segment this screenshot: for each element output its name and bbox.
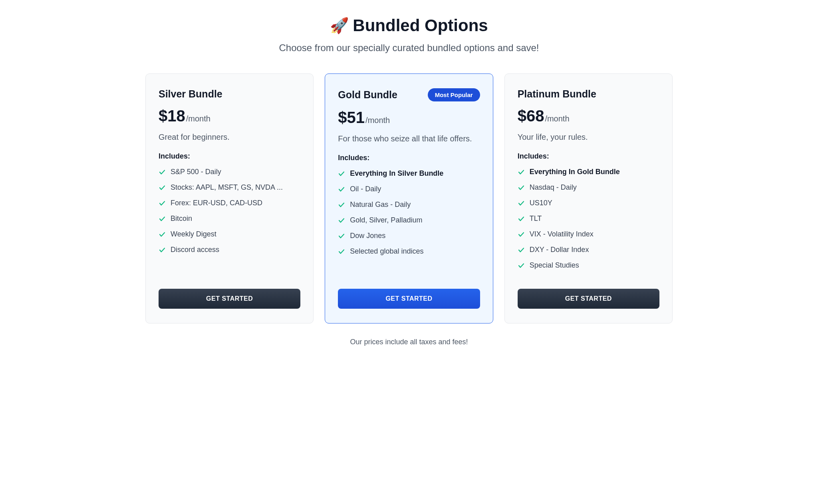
includes-label: Includes: <box>159 152 300 161</box>
bundle-name: Platinum Bundle <box>518 88 596 100</box>
pricing-container: 🚀 Bundled Options Choose from our specia… <box>145 16 673 346</box>
feature-item: Weekly Digest <box>159 230 300 238</box>
check-icon <box>159 184 166 191</box>
includes-label: Includes: <box>338 154 480 162</box>
check-icon <box>159 169 166 176</box>
footer-note: Our prices include all taxes and fees! <box>145 338 673 346</box>
feature-item: US10Y <box>518 199 659 207</box>
feature-list: Everything In Silver BundleOil - DailyNa… <box>338 169 480 277</box>
title-text: Bundled Options <box>353 16 488 35</box>
includes-label: Includes: <box>518 152 659 161</box>
rocket-icon: 🚀 <box>330 17 349 34</box>
feature-item: Stocks: AAPL, MSFT, GS, NVDA ... <box>159 183 300 192</box>
feature-text: Weekly Digest <box>171 230 216 238</box>
feature-text: Forex: EUR-USD, CAD-USD <box>171 199 262 207</box>
card-header: Platinum Bundle <box>518 88 659 100</box>
feature-text: Dow Jones <box>350 232 385 240</box>
feature-item: TLT <box>518 214 659 223</box>
price-period: /month <box>186 114 210 123</box>
pricing-card: Platinum Bundle$68/monthYour life, your … <box>504 73 673 323</box>
popular-badge: Most Popular <box>428 88 480 101</box>
feature-text: Stocks: AAPL, MSFT, GS, NVDA ... <box>171 183 283 192</box>
feature-item: Everything In Silver Bundle <box>338 169 480 178</box>
check-icon <box>518 215 525 222</box>
feature-text: Special Studies <box>530 261 579 270</box>
feature-text: Selected global indices <box>350 247 423 256</box>
feature-item: Forex: EUR-USD, CAD-USD <box>159 199 300 207</box>
check-icon <box>518 184 525 191</box>
bundle-description: Your life, your rules. <box>518 131 659 143</box>
feature-text: S&P 500 - Daily <box>171 168 221 176</box>
feature-item: DXY - Dollar Index <box>518 246 659 254</box>
feature-text: Bitcoin <box>171 214 192 223</box>
feature-item: Nasdaq - Daily <box>518 183 659 192</box>
bundle-name: Silver Bundle <box>159 88 222 100</box>
card-header: Gold BundleMost Popular <box>338 88 480 101</box>
bundle-name: Gold Bundle <box>338 89 397 101</box>
check-icon <box>338 170 345 177</box>
price: $18 <box>159 107 185 125</box>
check-icon <box>518 200 525 207</box>
feature-text: US10Y <box>530 199 552 207</box>
feature-text: TLT <box>530 214 542 223</box>
price-row: $68/month <box>518 107 659 125</box>
price-period: /month <box>365 116 390 125</box>
price: $51 <box>338 109 365 127</box>
check-icon <box>338 201 345 208</box>
feature-item: Discord access <box>159 246 300 254</box>
price-row: $51/month <box>338 109 480 127</box>
bundle-description: For those who seize all that life offers… <box>338 133 480 144</box>
feature-text: Natural Gas - Daily <box>350 200 411 209</box>
feature-text: Nasdaq - Daily <box>530 183 577 192</box>
check-icon <box>159 200 166 207</box>
check-icon <box>518 246 525 254</box>
check-icon <box>159 231 166 238</box>
feature-text: Gold, Silver, Palladium <box>350 216 422 224</box>
feature-item: Special Studies <box>518 261 659 270</box>
check-icon <box>518 169 525 176</box>
price-period: /month <box>545 114 569 123</box>
page-title: 🚀 Bundled Options <box>145 16 673 35</box>
check-icon <box>338 186 345 193</box>
check-icon <box>338 232 345 240</box>
pricing-cards: Silver Bundle$18/monthGreat for beginner… <box>145 73 673 323</box>
feature-text: Oil - Daily <box>350 185 381 193</box>
feature-item: Gold, Silver, Palladium <box>338 216 480 224</box>
feature-list: Everything In Gold BundleNasdaq - DailyU… <box>518 168 659 277</box>
check-icon <box>518 231 525 238</box>
price-row: $18/month <box>159 107 300 125</box>
feature-item: Selected global indices <box>338 247 480 256</box>
price: $68 <box>518 107 544 125</box>
check-icon <box>518 262 525 269</box>
pricing-header: 🚀 Bundled Options Choose from our specia… <box>145 16 673 54</box>
feature-text: Discord access <box>171 246 219 254</box>
get-started-button[interactable]: GET STARTED <box>159 289 300 309</box>
check-icon <box>338 217 345 224</box>
feature-item: VIX - Volatility Index <box>518 230 659 238</box>
feature-text: Everything In Gold Bundle <box>530 168 620 176</box>
check-icon <box>159 246 166 254</box>
feature-item: Everything In Gold Bundle <box>518 168 659 176</box>
feature-text: Everything In Silver Bundle <box>350 169 443 178</box>
feature-text: VIX - Volatility Index <box>530 230 594 238</box>
pricing-card: Silver Bundle$18/monthGreat for beginner… <box>145 73 314 323</box>
feature-text: DXY - Dollar Index <box>530 246 589 254</box>
feature-item: S&P 500 - Daily <box>159 168 300 176</box>
get-started-button[interactable]: GET STARTED <box>338 289 480 309</box>
card-header: Silver Bundle <box>159 88 300 100</box>
check-icon <box>159 215 166 222</box>
feature-list: S&P 500 - DailyStocks: AAPL, MSFT, GS, N… <box>159 168 300 277</box>
feature-item: Oil - Daily <box>338 185 480 193</box>
get-started-button[interactable]: GET STARTED <box>518 289 659 309</box>
check-icon <box>338 248 345 255</box>
pricing-card: Gold BundleMost Popular$51/monthFor thos… <box>325 73 493 323</box>
feature-item: Bitcoin <box>159 214 300 223</box>
page-subtitle: Choose from our specially curated bundle… <box>145 42 673 54</box>
feature-item: Dow Jones <box>338 232 480 240</box>
bundle-description: Great for beginners. <box>159 131 300 143</box>
feature-item: Natural Gas - Daily <box>338 200 480 209</box>
